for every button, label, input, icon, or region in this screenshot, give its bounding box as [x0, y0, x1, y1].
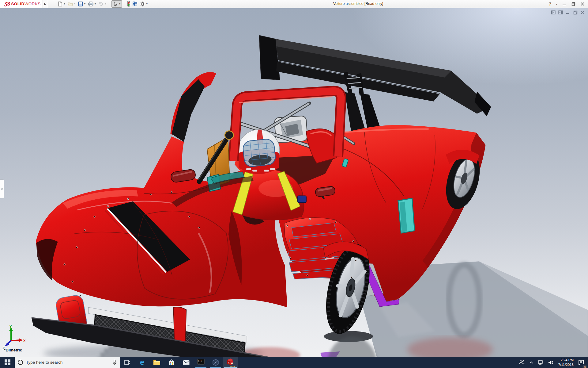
taskbar-clock[interactable]: 2:24 PM 7/11/2018	[557, 358, 575, 367]
task-view-icon	[124, 359, 131, 366]
feature-panel-tab[interactable]	[0, 179, 4, 198]
taskbar-command-prompt-button[interactable]: C:\	[194, 357, 208, 368]
taskbar-file-explorer-button[interactable]	[149, 357, 164, 368]
view-orientation-label: *Dimetric	[4, 348, 22, 352]
taskbar-store-button[interactable]	[164, 357, 179, 368]
open-folder-icon	[67, 1, 73, 7]
command-prompt-icon: C:\	[197, 359, 205, 366]
help-button[interactable]: ?	[546, 1, 554, 7]
command-prompt-label: C:\	[198, 360, 202, 362]
solidworks-logo-mark-icon: ƷS	[4, 1, 10, 7]
print-button[interactable]: ▼	[87, 1, 97, 7]
panel-tab-handle-icon	[1, 188, 3, 190]
taskbar-task-view-button[interactable]	[120, 357, 135, 368]
select-tool-button[interactable]: ▼	[111, 0, 122, 8]
show-hidden-icons-button[interactable]	[528, 357, 535, 368]
display-settings-button[interactable]	[132, 1, 138, 7]
people-button[interactable]	[518, 357, 526, 368]
people-icon	[519, 360, 525, 365]
start-button[interactable]	[0, 357, 15, 368]
save-button[interactable]: ▼	[77, 1, 87, 7]
car-3d-model[interactable]	[0, 8, 588, 357]
select-cursor-icon	[113, 1, 118, 7]
network-button[interactable]	[537, 357, 545, 368]
solidworks-2017-icon: S W 2017	[226, 358, 234, 367]
dropdown-caret[interactable]: ▼	[84, 3, 86, 5]
save-floppy-icon	[78, 1, 83, 7]
pane-left-button[interactable]	[551, 10, 556, 15]
menu-flyout-button[interactable]: ▶	[43, 0, 48, 8]
taskbar-mail-button[interactable]	[179, 357, 194, 368]
undo-arrow-icon	[98, 1, 104, 7]
close-icon	[581, 10, 585, 14]
windows-logo-icon	[5, 359, 10, 365]
rebuild-traffic-light-icon	[127, 1, 130, 7]
clock-time: 2:24 PM	[558, 358, 574, 362]
taskbar-search-input[interactable]: Type here to search	[15, 357, 120, 368]
graphics-area[interactable]: Y X Z *Dimetric	[0, 8, 588, 357]
taskbar-solidworks-button[interactable]: S W 2017	[223, 357, 238, 368]
microphone-icon[interactable]	[112, 359, 117, 366]
hexagon-app-icon	[212, 359, 219, 366]
restore-button[interactable]	[570, 1, 577, 7]
helmet-visor	[242, 138, 276, 167]
triad-y-label: Y	[9, 325, 12, 328]
notification-badge: 3	[582, 365, 587, 368]
search-placeholder: Type here to search	[26, 360, 109, 365]
document-window-controls	[551, 10, 585, 15]
orientation-triad: Y X Z	[2, 325, 28, 351]
new-document-icon	[57, 1, 63, 7]
main-toolbar: ▼ ▼ ▼ ▼	[48, 0, 149, 8]
options-button[interactable]: ▼	[139, 1, 149, 7]
options-gear-icon	[140, 1, 145, 7]
action-center-icon	[578, 360, 584, 365]
logo-text-solid: SOLID	[11, 2, 24, 6]
taskbar-edge-button[interactable]: e	[135, 357, 149, 368]
mail-icon	[183, 360, 190, 365]
taskbar-hexagon-app-button[interactable]	[208, 357, 223, 368]
rebuild-button[interactable]	[126, 1, 131, 7]
dropdown-caret[interactable]: ▼	[74, 3, 76, 5]
dropdown-caret[interactable]: ▼	[94, 3, 96, 5]
system-tray: 2:24 PM 7/11/2018 3	[518, 357, 588, 368]
close-button[interactable]	[579, 1, 586, 7]
pane-right-icon	[558, 10, 563, 14]
document-minimize-button[interactable]	[566, 10, 570, 15]
dropdown-caret[interactable]: ▼	[119, 3, 121, 5]
help-dropdown-caret[interactable]: ▼	[556, 3, 559, 5]
minimize-icon	[566, 10, 570, 14]
triad-x-label: X	[23, 339, 26, 343]
undo-button[interactable]: ▼	[97, 1, 107, 7]
document-close-button[interactable]	[580, 10, 585, 15]
file-explorer-icon	[153, 359, 160, 366]
restore-icon	[571, 2, 575, 6]
svg-text:W: W	[231, 362, 233, 364]
pane-right-button[interactable]	[558, 10, 563, 15]
action-center-button[interactable]: 3	[577, 357, 585, 368]
svg-text:S: S	[228, 362, 230, 364]
logo-text-works: WORKS	[24, 2, 41, 6]
clock-date: 7/11/2018	[558, 362, 574, 367]
speaker-icon	[548, 360, 554, 365]
dropdown-caret[interactable]: ▼	[146, 3, 148, 5]
dropdown-caret[interactable]: ▼	[104, 3, 107, 5]
close-icon	[581, 2, 584, 6]
dropdown-caret[interactable]: ▼	[63, 3, 66, 5]
open-document-button[interactable]: ▼	[67, 1, 77, 7]
minimize-button[interactable]	[560, 1, 568, 7]
solidworks-logo: ƷS SOLIDWORKS	[0, 0, 43, 8]
network-icon	[538, 360, 544, 365]
pane-left-icon	[551, 10, 556, 14]
volume-button[interactable]	[547, 357, 555, 368]
titlebar: ƷS SOLIDWORKS ▶ ▼ ▼	[0, 0, 588, 8]
store-icon	[168, 359, 175, 366]
document-restore-button[interactable]	[573, 10, 578, 15]
cortana-icon	[18, 360, 23, 365]
display-settings-icon	[132, 1, 138, 7]
window-controls: ? ▼	[546, 0, 586, 8]
printer-icon	[88, 1, 94, 7]
window-title: Voiture assomblee [Read-only]	[333, 2, 383, 6]
chevron-up-icon	[529, 361, 534, 364]
new-document-button[interactable]: ▼	[57, 1, 66, 7]
edge-icon: e	[140, 358, 144, 367]
